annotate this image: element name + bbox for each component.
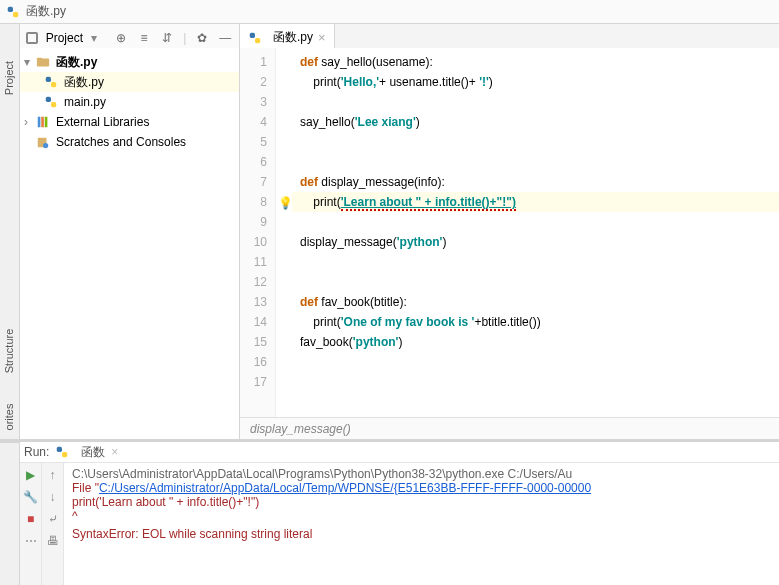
collapse-all-icon[interactable]: ⇵	[160, 30, 175, 46]
python-file-icon	[6, 5, 20, 19]
run-toolbar-secondary: ↑ ↓ ⤶ 🖶	[42, 463, 64, 585]
svg-rect-10	[38, 117, 41, 128]
run-label: Run:	[24, 445, 49, 459]
tree-item-label: 函数.py	[64, 74, 104, 91]
left-dock: Project Structure orites	[0, 48, 20, 439]
svg-rect-1	[13, 12, 18, 17]
tree-item-label: main.py	[64, 95, 106, 109]
tree-root-label: 函数.py	[56, 54, 97, 71]
stop-button[interactable]: ■	[23, 511, 39, 527]
project-view-icon	[26, 32, 38, 44]
up-icon[interactable]: ↑	[45, 467, 61, 483]
window-title: 函数.py	[26, 3, 66, 20]
svg-rect-16	[62, 452, 67, 457]
tree-item-label: Scratches and Consoles	[56, 135, 186, 149]
svg-rect-8	[46, 97, 51, 102]
line-gutter: 1234567891011121314151617	[240, 48, 276, 417]
svg-rect-5	[37, 58, 42, 61]
svg-rect-12	[45, 117, 48, 128]
project-tree-panel: ▾ 函数.py 函数.py main.py › External Librari…	[20, 48, 240, 439]
expand-all-icon[interactable]: ≡	[136, 30, 151, 46]
console-line: SyntaxError: EOL while scanning string l…	[72, 527, 771, 541]
run-config-name[interactable]: 函数	[81, 444, 105, 461]
print-icon[interactable]: 🖶	[45, 533, 61, 549]
svg-rect-6	[46, 77, 51, 82]
editor-tab[interactable]: 函数.py ×	[240, 24, 335, 51]
scratch-icon	[36, 135, 50, 149]
window-title-bar: 函数.py	[0, 0, 779, 24]
project-tree[interactable]: ▾ 函数.py 函数.py main.py › External Librari…	[20, 48, 239, 156]
file-link[interactable]: C:/Users/Administrator/AppData/Local/Tem…	[99, 481, 591, 495]
svg-rect-3	[255, 38, 260, 43]
svg-rect-7	[51, 82, 56, 87]
library-icon	[36, 115, 50, 129]
more-icon[interactable]: ⋯	[23, 533, 39, 549]
tree-scratches[interactable]: Scratches and Consoles	[20, 132, 239, 152]
editor-tab-label: 函数.py	[273, 29, 313, 46]
close-tab-icon[interactable]: ×	[318, 30, 326, 45]
tree-item-label: External Libraries	[56, 115, 149, 129]
code-editor[interactable]: def say_hello(usename): print('Hello,'+ …	[292, 48, 779, 417]
run-header: Run: 函数 ×	[20, 442, 779, 462]
console-output[interactable]: C:\Users\Administrator\AppData\Local\Pro…	[64, 463, 779, 585]
svg-rect-2	[250, 32, 255, 37]
locate-icon[interactable]: ⊕	[113, 30, 128, 46]
console-line: C:\Users\Administrator\AppData\Local\Pro…	[72, 467, 771, 481]
python-file-icon	[44, 75, 58, 89]
console-line: File "C:/Users/Administrator/AppData/Loc…	[72, 481, 771, 495]
console-line: print('Learn about " + info.title()+"!")	[72, 495, 771, 509]
python-file-icon	[44, 95, 58, 109]
svg-rect-11	[41, 117, 44, 128]
project-panel-title: Project	[46, 31, 83, 45]
tree-external-libs[interactable]: › External Libraries	[20, 112, 239, 132]
run-tool-window: Run: 函数 × ▶ 🔧 ■ ⋯ ↑ ↓ ⤶ 🖶 C:\Users\Admin…	[0, 439, 779, 585]
run-button[interactable]: ▶	[23, 467, 39, 483]
svg-rect-9	[51, 102, 56, 107]
folder-icon	[36, 55, 50, 69]
console-line: ^	[72, 509, 771, 523]
structure-dock-tab[interactable]: Structure	[4, 329, 16, 374]
intention-bulb-icon[interactable]: 💡	[278, 196, 293, 210]
down-icon[interactable]: ↓	[45, 489, 61, 505]
soft-wrap-icon[interactable]: ⤶	[45, 511, 61, 527]
svg-rect-15	[57, 447, 62, 452]
run-toolbar-primary: ▶ 🔧 ■ ⋯	[20, 463, 42, 585]
hide-panel-icon[interactable]: —	[218, 30, 233, 46]
chevron-down-icon[interactable]: ▾	[24, 55, 34, 69]
tree-root[interactable]: ▾ 函数.py	[20, 52, 239, 72]
favorites-dock-tab[interactable]: orites	[4, 404, 16, 431]
python-file-icon	[248, 31, 262, 45]
chevron-right-icon[interactable]: ›	[24, 115, 34, 129]
debug-button[interactable]: 🔧	[23, 489, 39, 505]
svg-point-14	[43, 143, 48, 148]
python-file-icon	[55, 445, 69, 459]
editor-area: 1234567891011121314151617 💡 def say_hell…	[240, 48, 779, 439]
marker-rail: 💡	[276, 48, 292, 417]
settings-gear-icon[interactable]: ✿	[194, 30, 209, 46]
editor-breadcrumb[interactable]: display_message()	[240, 417, 779, 439]
project-dock-tab[interactable]: Project	[4, 61, 16, 95]
svg-rect-0	[8, 6, 13, 11]
tree-item[interactable]: main.py	[20, 92, 239, 112]
tree-item[interactable]: 函数.py	[20, 72, 239, 92]
